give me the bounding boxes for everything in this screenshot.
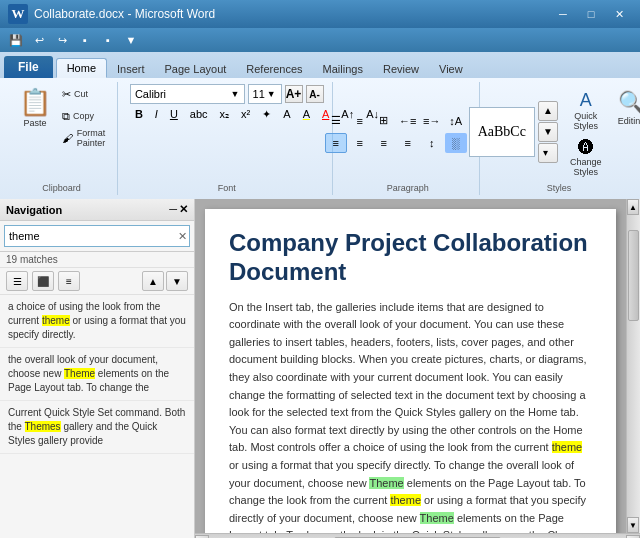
font-size-decrease-button[interactable]: A-	[306, 85, 324, 103]
styles-scroll-down-button[interactable]: ▼	[538, 122, 558, 142]
theme-highlight-3: theme	[390, 494, 421, 506]
document-scroll-area[interactable]: Company Project Collaboration Document O…	[195, 199, 626, 533]
search-highlight: theme	[42, 315, 70, 326]
font-size-selector[interactable]: 11 ▼	[248, 84, 282, 104]
tab-view[interactable]: View	[429, 60, 473, 78]
search-clear-button[interactable]: ✕	[178, 230, 187, 243]
nav-result-item[interactable]: Current Quick Style Set command. Both th…	[0, 401, 194, 454]
cut-button[interactable]: ✂ Cut	[59, 84, 109, 104]
nav-result-item[interactable]: a choice of using the look from the curr…	[0, 295, 194, 348]
document-area: Company Project Collaboration Document O…	[195, 199, 640, 538]
paragraph-label: Paragraph	[337, 183, 479, 193]
change-styles-icon: 🅐	[578, 139, 594, 157]
editing-button[interactable]: 🔍 Editing	[614, 88, 640, 128]
close-button[interactable]: ✕	[606, 4, 632, 24]
styles-scroll-up-button[interactable]: ▲	[538, 101, 558, 121]
vertical-scrollbar[interactable]: ▲ ▼	[626, 199, 640, 533]
tab-review[interactable]: Review	[373, 60, 429, 78]
change-styles-button[interactable]: 🅐 ChangeStyles	[564, 137, 608, 179]
clipboard-group: 📋 Paste ✂ Cut ⧉ Copy 🖌 Format Painter	[6, 82, 118, 195]
editing-label: Editing	[618, 116, 640, 126]
copy-button[interactable]: ⧉ Copy	[59, 106, 109, 126]
nav-prev-button[interactable]: ▲	[142, 271, 164, 291]
editing-icon: 🔍	[618, 90, 640, 116]
styles-group: AaBbCc ▲ ▼ ▾ A QuickStyles 🅐 ChangeStyle…	[484, 82, 634, 195]
tab-insert[interactable]: Insert	[107, 60, 155, 78]
paste-label: Paste	[23, 118, 46, 128]
main-area: Navigation ─ ✕ ✕ 19 matches ☰ ⬛ ≡ ▲ ▼ a …	[0, 199, 640, 538]
tab-file[interactable]: File	[4, 56, 53, 78]
quick-access-toolbar: 💾 ↩ ↪ ▪ ▪ ▼	[0, 28, 640, 52]
styles-more-button[interactable]: ▾	[538, 143, 558, 163]
format-painter-button[interactable]: 🖌 Format Painter	[59, 128, 109, 148]
font-size-dropdown-icon: ▼	[267, 89, 276, 99]
italic-button[interactable]: I	[150, 106, 163, 126]
qat-btn-5[interactable]: ▪	[98, 31, 118, 49]
document-page: Company Project Collaboration Document O…	[205, 209, 616, 533]
paragraph-group: ☰ ≡ ⊞ ←≡ ≡→ ↕A ¶ ≡ ≡ ≡ ≡ ↕ ░ ⬚	[337, 82, 480, 195]
line-spacing-button[interactable]: ↕	[421, 133, 443, 153]
scroll-up-button[interactable]: ▲	[627, 199, 639, 215]
style-preview-area[interactable]: AaBbCc	[469, 107, 535, 157]
document-body: On the Insert tab, the galleries include…	[229, 299, 592, 533]
qat-dropdown-button[interactable]: ▼	[121, 31, 141, 49]
nav-results-button[interactable]: ≡	[58, 271, 80, 291]
shading-button[interactable]: ░	[445, 133, 467, 153]
tab-home[interactable]: Home	[56, 58, 107, 78]
bold-button[interactable]: B	[130, 106, 148, 126]
navigation-results: a choice of using the look from the curr…	[0, 295, 194, 538]
nav-headings-button[interactable]: ☰	[6, 271, 28, 291]
font-size-increase-button[interactable]: A+	[285, 85, 303, 103]
minimize-button[interactable]: ─	[550, 4, 576, 24]
font-name-selector[interactable]: Calibri ▼	[130, 84, 245, 104]
align-center-button[interactable]: ≡	[349, 133, 371, 153]
qat-btn-4[interactable]: ▪	[75, 31, 95, 49]
nav-close-icon[interactable]: ✕	[179, 203, 188, 216]
scroll-left-button[interactable]: ◄	[195, 535, 209, 539]
undo-qat-button[interactable]: ↩	[29, 31, 49, 49]
text-effects-button[interactable]: A	[278, 106, 295, 126]
nav-next-button[interactable]: ▼	[166, 271, 188, 291]
subscript-button[interactable]: x₂	[215, 106, 235, 126]
tab-references[interactable]: References	[236, 60, 312, 78]
nav-minimize-icon[interactable]: ─	[169, 203, 177, 216]
scroll-thumb[interactable]	[628, 230, 639, 321]
navigation-search-input[interactable]	[4, 225, 190, 247]
strikethrough-button[interactable]: abc	[185, 106, 213, 126]
align-left-button[interactable]: ≡	[325, 133, 347, 153]
numbering-button[interactable]: ≡	[349, 111, 371, 131]
copy-icon: ⧉	[62, 110, 70, 123]
nav-pages-button[interactable]: ⬛	[32, 271, 54, 291]
theme-highlight-4: Theme	[420, 512, 454, 524]
horizontal-scrollbar[interactable]: ◄ ►	[195, 533, 640, 538]
scroll-down-button[interactable]: ▼	[627, 517, 639, 533]
scroll-right-button[interactable]: ►	[626, 535, 640, 539]
save-qat-button[interactable]: 💾	[6, 31, 26, 49]
window-title: Collaborate.docx - Microsoft Word	[34, 7, 215, 21]
quick-styles-button[interactable]: A QuickStyles	[564, 88, 608, 133]
text-highlight-button[interactable]: A	[298, 106, 315, 126]
clipboard-label: Clipboard	[6, 183, 117, 193]
sort-button[interactable]: ↕A	[445, 111, 467, 131]
change-styles-label: ChangeStyles	[570, 157, 602, 177]
search-highlight: Theme	[64, 368, 95, 379]
clear-format-button[interactable]: ✦	[257, 106, 276, 126]
superscript-button[interactable]: x²	[236, 106, 255, 126]
underline-button[interactable]: U	[165, 106, 183, 126]
paste-button[interactable]: 📋 Paste	[14, 84, 56, 148]
paste-icon: 📋	[19, 86, 51, 118]
justify-button[interactable]: ≡	[397, 133, 419, 153]
bullets-button[interactable]: ☰	[325, 111, 347, 131]
navigation-toolbar: ☰ ⬛ ≡ ▲ ▼	[0, 268, 194, 295]
maximize-button[interactable]: □	[578, 4, 604, 24]
redo-qat-button[interactable]: ↪	[52, 31, 72, 49]
indent-decrease-button[interactable]: ←≡	[397, 111, 419, 131]
navigation-title: Navigation	[6, 204, 62, 216]
nav-result-item[interactable]: the overall look of your document, choos…	[0, 348, 194, 401]
indent-increase-button[interactable]: ≡→	[421, 111, 443, 131]
multilevel-list-button[interactable]: ⊞	[373, 111, 395, 131]
window-controls: ─ □ ✕	[550, 4, 632, 24]
tab-mailings[interactable]: Mailings	[313, 60, 373, 78]
align-right-button[interactable]: ≡	[373, 133, 395, 153]
tab-page-layout[interactable]: Page Layout	[155, 60, 237, 78]
